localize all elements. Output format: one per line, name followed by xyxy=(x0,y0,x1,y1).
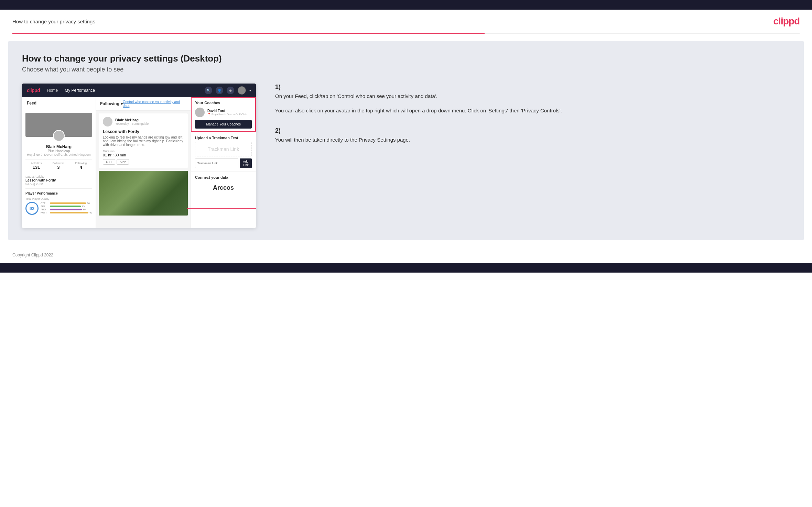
bar-value: 86 xyxy=(83,208,86,211)
nav-item-performance[interactable]: My Performance xyxy=(65,88,95,93)
footer: Copyright Clippd 2022 xyxy=(0,247,812,263)
step-1-number: 1) xyxy=(275,84,783,91)
add-link-button[interactable]: Add Link xyxy=(240,158,252,168)
app-logo: clippd xyxy=(27,88,40,93)
step-1-text: On your Feed, click/tap on 'Control who … xyxy=(275,92,783,100)
trackman-link-input[interactable] xyxy=(195,158,238,168)
app-main-feed: Following ▾ Control who can see your act… xyxy=(96,97,191,228)
quality-bar-row: PUTT 96 xyxy=(41,211,92,214)
coach-name: David Ford xyxy=(207,109,247,113)
bar-value: 96 xyxy=(89,211,92,214)
user-avatar[interactable] xyxy=(238,86,246,95)
coach-club: 📍 Royal North Devon Golf Club xyxy=(207,113,247,116)
app-body: Feed Blair McHarg Plus Handicap Royal No… xyxy=(22,97,256,228)
tag-app: APP xyxy=(117,159,129,165)
profile-avatar xyxy=(53,130,65,142)
copyright: Copyright Clippd 2022 xyxy=(12,253,53,257)
post-header: Blair McHarg Yesterday · Sunningdale xyxy=(103,117,184,126)
feed-tab[interactable]: Feed xyxy=(22,97,96,109)
bar-label: ARG xyxy=(41,208,49,211)
activities-value: 131 xyxy=(31,165,42,170)
following-value: 4 xyxy=(75,165,87,170)
quality-circle: 92 xyxy=(25,202,39,215)
notification-icon[interactable]: ⊕ xyxy=(227,87,234,94)
instructions-panel: 1) On your Feed, click/tap on 'Control w… xyxy=(268,84,790,156)
profile-club: Royal North Devon Golf Club, United King… xyxy=(25,153,92,156)
latest-activity-date: 03 Aug 2022 xyxy=(25,182,92,186)
bar-fill xyxy=(50,206,81,207)
post-user-info: Blair McHarg Yesterday · Sunningdale xyxy=(115,118,149,125)
app-nav: clippd Home My Performance 🔍 👤 ⊕ ▾ xyxy=(22,84,256,97)
coaches-section: Your Coaches David Ford 📍 Royal North De… xyxy=(191,97,256,132)
feed-post: Blair McHarg Yesterday · Sunningdale Les… xyxy=(99,113,188,168)
trackman-placeholder: Trackman Link xyxy=(195,142,252,156)
following-stat: Following 4 xyxy=(75,162,87,170)
latest-activity-label: Latest Activity xyxy=(25,175,92,178)
tag-ott: OTT xyxy=(103,159,115,165)
page-title: How to change your privacy settings (Des… xyxy=(22,53,790,64)
quality-bar-row: ARG 86 xyxy=(41,208,92,211)
coach-avatar xyxy=(195,108,205,117)
page-breadcrumb: How to change your privacy settings xyxy=(12,19,95,24)
quality-row: 92 OTT 90 APP 85 ARG 86 PUTT 96 xyxy=(25,202,92,215)
post-title: Lesson with Fordy xyxy=(103,129,184,134)
bar-fill xyxy=(50,209,82,210)
bar-value: 85 xyxy=(82,205,85,208)
quality-label: Total Player Quality xyxy=(25,197,92,200)
activities-stat: Activities 131 xyxy=(31,162,42,170)
quality-bars: OTT 90 APP 85 ARG 86 PUTT 96 xyxy=(41,202,92,214)
bar-fill xyxy=(50,202,86,204)
profile-stats: Activities 131 Followers 3 Following 4 xyxy=(25,159,92,172)
duration-label: Duration xyxy=(103,150,184,153)
bar-label: APP xyxy=(41,205,49,208)
header: How to change your privacy settings clip… xyxy=(0,10,812,33)
post-tags: OTT APP xyxy=(103,159,184,165)
content-row: clippd Home My Performance 🔍 👤 ⊕ ▾ Feed xyxy=(22,84,790,228)
manage-coaches-button[interactable]: Manage Your Coaches xyxy=(195,120,252,129)
profile-handicap: Plus Handicap xyxy=(25,149,92,153)
quality-bar-row: OTT 90 xyxy=(41,202,92,205)
golf-image xyxy=(99,171,188,216)
nav-icons: 🔍 👤 ⊕ ▾ xyxy=(205,86,251,95)
coaches-title: Your Coaches xyxy=(195,101,252,105)
coach-item: David Ford 📍 Royal North Devon Golf Club xyxy=(195,108,252,117)
page-subtitle: Choose what you want people to see xyxy=(22,66,790,73)
top-bar xyxy=(0,0,812,10)
search-icon[interactable]: 🔍 xyxy=(205,87,212,94)
header-divider xyxy=(12,33,800,34)
post-meta: Yesterday · Sunningdale xyxy=(115,122,149,125)
connect-title: Connect your data xyxy=(195,175,252,179)
trackman-input-row: Add Link xyxy=(195,158,252,168)
coach-info: David Ford 📍 Royal North Devon Golf Club xyxy=(207,109,247,116)
app-screenshot: clippd Home My Performance 🔍 👤 ⊕ ▾ Feed xyxy=(22,84,256,228)
post-duration: 01 hr : 30 min xyxy=(103,153,184,157)
app-sidebar: Feed Blair McHarg Plus Handicap Royal No… xyxy=(22,97,96,228)
player-performance-title: Player Performance xyxy=(25,191,92,195)
location-icon: 📍 xyxy=(207,113,211,116)
app-right-sidebar: Your Coaches David Ford 📍 Royal North De… xyxy=(191,97,256,228)
step-1-extra: You can also click on your avatar in the… xyxy=(275,107,783,115)
profile-banner xyxy=(25,113,92,137)
following-button[interactable]: Following ▾ xyxy=(100,101,123,106)
main-content: How to change your privacy settings (Des… xyxy=(8,41,804,240)
post-body: Looking to feel like my hands are exitin… xyxy=(103,135,184,147)
trackman-title: Upload a Trackman Test xyxy=(195,136,252,140)
followers-label: Followers xyxy=(53,162,64,165)
bar-fill xyxy=(50,212,88,213)
post-avatar xyxy=(103,117,112,126)
bar-value: 90 xyxy=(87,202,90,205)
privacy-control-link[interactable]: Control who can see your activity and da… xyxy=(123,100,186,108)
bar-label: OTT xyxy=(41,202,49,205)
connect-section: Connect your data Arccos xyxy=(191,172,256,198)
bar-label: PUTT xyxy=(41,211,49,214)
player-performance: Player Performance Total Player Quality … xyxy=(25,188,92,215)
quality-bar-row: APP 85 xyxy=(41,205,92,208)
avatar-dropdown-icon[interactable]: ▾ xyxy=(249,89,251,92)
activities-label: Activities xyxy=(31,162,42,165)
profile-icon[interactable]: 👤 xyxy=(216,87,223,94)
nav-item-home[interactable]: Home xyxy=(47,88,58,93)
arccos-logo: Arccos xyxy=(195,181,252,194)
following-label: Following xyxy=(75,162,87,165)
step-2-number: 2) xyxy=(275,127,783,134)
followers-stat: Followers 3 xyxy=(53,162,64,170)
